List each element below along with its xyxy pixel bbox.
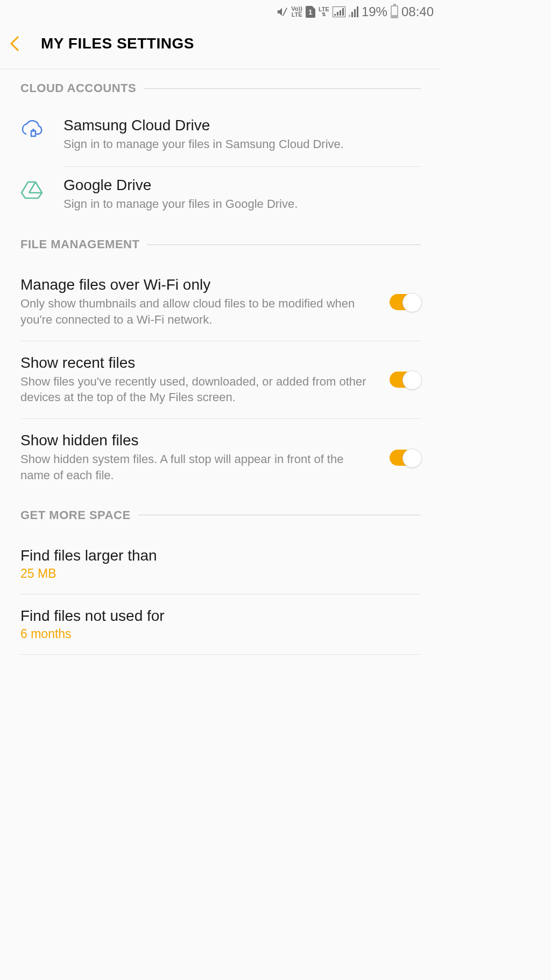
google-drive-icon — [20, 177, 43, 199]
toggle-switch[interactable] — [390, 450, 421, 466]
page-title: MY FILES SETTINGS — [41, 35, 194, 52]
setting-wifi-only[interactable]: Manage files over Wi-Fi only Only show t… — [20, 263, 421, 340]
toggle-switch[interactable] — [390, 372, 421, 388]
item-title: Google Drive — [63, 177, 421, 194]
cloud-item-google-drive[interactable]: Google Drive Sign in to manage your file… — [20, 167, 421, 226]
item-title: Find files not used for — [20, 607, 421, 625]
item-subtitle: Show hidden system files. A full stop wi… — [20, 451, 373, 483]
item-subtitle: Sign in to manage your files in Google D… — [63, 196, 421, 212]
setting-find-larger-than[interactable]: Find files larger than 25 MB — [20, 534, 421, 594]
section-title: GET MORE SPACE — [20, 508, 131, 522]
signal-icon-2 — [349, 6, 358, 17]
volte-indicator: Vo)) LTE — [291, 6, 302, 18]
section-title: FILE MANAGEMENT — [20, 237, 139, 251]
item-value: 25 MB — [20, 566, 421, 581]
battery-percent: 19% — [362, 4, 387, 19]
toggle-switch[interactable] — [390, 294, 421, 310]
clock: 08:40 — [401, 4, 434, 19]
item-title: Manage files over Wi-Fi only — [20, 276, 373, 293]
samsung-cloud-icon — [20, 117, 43, 139]
item-subtitle: Show files you've recently used, downloa… — [20, 374, 373, 405]
battery-icon — [391, 5, 398, 18]
section-title: CLOUD ACCOUNTS — [20, 81, 136, 95]
setting-recent-files[interactable]: Show recent files Show files you've rece… — [20, 341, 421, 418]
signal-icon-1 — [333, 6, 345, 17]
back-button[interactable] — [9, 34, 31, 53]
item-value: 6 months — [20, 627, 421, 641]
item-title: Show hidden files — [20, 432, 373, 449]
cloud-item-samsung[interactable]: Samsung Cloud Drive Sign in to manage yo… — [20, 107, 421, 166]
item-subtitle: Only show thumbnails and allow cloud fil… — [20, 296, 373, 327]
item-subtitle: Sign in to manage your files in Samsung … — [63, 136, 421, 152]
section-get-more-space: GET MORE SPACE Find files larger than 25… — [0, 496, 441, 655]
item-title: Find files larger than — [20, 547, 421, 564]
sim-indicator: 1 — [306, 6, 315, 18]
section-cloud-accounts: CLOUD ACCOUNTS Samsung Cloud Drive Sign … — [0, 69, 441, 226]
status-bar: Vo)) LTE 1 LTE ⇅ 19% 08:40 — [0, 0, 441, 24]
setting-hidden-files[interactable]: Show hidden files Show hidden system fil… — [20, 419, 421, 496]
lte-indicator: LTE ⇅ — [319, 6, 329, 17]
setting-find-not-used-for[interactable]: Find files not used for 6 months — [20, 594, 421, 654]
item-title: Samsung Cloud Drive — [63, 117, 421, 134]
mute-icon — [276, 6, 288, 18]
chevron-left-icon — [9, 34, 20, 53]
section-file-management: FILE MANAGEMENT Manage files over Wi-Fi … — [0, 226, 441, 496]
item-title: Show recent files — [20, 354, 373, 372]
page-header: MY FILES SETTINGS — [0, 24, 441, 69]
